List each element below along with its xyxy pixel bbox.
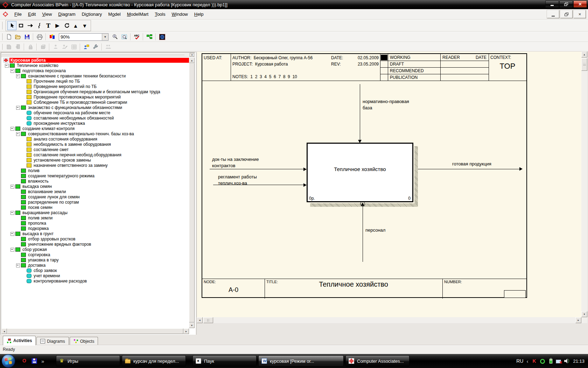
- tree-item[interactable]: учет времени: [1, 273, 189, 278]
- tree-item[interactable]: выращивание рассады: [1, 210, 189, 215]
- tree-expander-icon[interactable]: [10, 231, 15, 236]
- tree-expander-icon[interactable]: [15, 173, 21, 178]
- tree-item[interactable]: сбор заявок: [1, 268, 189, 273]
- tree-expander-icon[interactable]: [15, 252, 21, 257]
- tree-expander-icon[interactable]: [21, 278, 27, 284]
- zoom-combo[interactable]: 90% ▼: [59, 33, 108, 41]
- tree-expander-icon[interactable]: [21, 115, 27, 121]
- close-button[interactable]: ✕: [573, 0, 587, 8]
- tree-item[interactable]: Курсовая работа: [1, 57, 189, 63]
- tree-item[interactable]: отбор здоровых ростков: [1, 236, 189, 241]
- output-arrow-label[interactable]: готовая продукция: [426, 161, 517, 166]
- diagram-vscrollbar[interactable]: ▴ ▾: [581, 52, 587, 317]
- control-arrow-label[interactable]: нормативно-правовая: [363, 99, 409, 104]
- menu-item[interactable]: Diagram: [55, 10, 78, 18]
- tree-item[interactable]: прохождение инструктажа: [1, 121, 189, 126]
- tree-expander-icon[interactable]: [21, 84, 27, 89]
- redraw-tool[interactable]: [62, 21, 71, 30]
- user-properties-icon[interactable]: [82, 43, 91, 51]
- menu-item[interactable]: Dictionary: [78, 10, 105, 18]
- clock[interactable]: 21:13: [573, 359, 584, 364]
- scroll-left-icon[interactable]: ◂: [197, 317, 203, 323]
- project-line[interactable]: PROJECT: Курсовая работа: [232, 62, 288, 67]
- tree-expander-icon[interactable]: [21, 147, 27, 152]
- battery-icon[interactable]: [549, 359, 553, 364]
- print-icon[interactable]: [35, 33, 44, 41]
- zoom-value[interactable]: 90%: [59, 34, 102, 40]
- minimize-button[interactable]: [545, 0, 559, 8]
- menu-item[interactable]: View: [39, 10, 55, 18]
- model-explorer-icon[interactable]: [145, 33, 154, 41]
- tree-item[interactable]: Тепличное хозяйство: [1, 63, 189, 68]
- tree-item[interactable]: влажность: [1, 178, 189, 184]
- input2-label2[interactable]: теплич.хоз-ва: [218, 180, 247, 186]
- tree-item[interactable]: упаковка в тару: [1, 257, 189, 263]
- tree-expander-icon[interactable]: [4, 63, 10, 68]
- scroll-right-icon[interactable]: ▸: [575, 317, 581, 323]
- input-arrow-1[interactable]: [210, 169, 304, 169]
- tree-expander-icon[interactable]: [15, 189, 21, 194]
- tree-item[interactable]: сбор урожая: [1, 247, 189, 252]
- scroll-down-icon[interactable]: ▾: [581, 311, 587, 317]
- go-child-tool[interactable]: ▶: [53, 21, 62, 30]
- admin-wrench-icon[interactable]: [91, 43, 100, 51]
- scroll-up-icon[interactable]: ▴: [189, 57, 195, 63]
- tree-expander-icon[interactable]: [21, 110, 27, 115]
- taskbar-button[interactable]: курсовая [Режим ог...: [258, 355, 344, 367]
- author-line[interactable]: AUTHOR: Бескровный Олег, группа А-56: [232, 55, 313, 60]
- tree-expander-icon[interactable]: [15, 263, 21, 268]
- activity-box-tool[interactable]: [16, 21, 26, 30]
- panel-close-icon[interactable]: x: [190, 53, 194, 57]
- activity-box-title[interactable]: Тепличное хозяйство: [308, 166, 412, 172]
- scroll-up-icon[interactable]: ▴: [581, 52, 587, 57]
- tree-expander-icon[interactable]: [15, 205, 21, 210]
- start-button[interactable]: [1, 354, 16, 368]
- tree-expander-icon[interactable]: [15, 220, 21, 226]
- tree-expander-icon[interactable]: [21, 89, 27, 94]
- tree-expander-icon[interactable]: [15, 168, 21, 173]
- tree-expander-icon[interactable]: [21, 79, 27, 84]
- tree-item[interactable]: создание лунок для семян: [1, 194, 189, 199]
- tree-item[interactable]: посев семян: [1, 205, 189, 210]
- open-icon[interactable]: [14, 33, 22, 41]
- tree-item[interactable]: полив земли: [1, 215, 189, 220]
- tree-item[interactable]: подкормка: [1, 226, 189, 231]
- restore-button[interactable]: [559, 0, 573, 8]
- tree-item[interactable]: уничтожение вредных факторов: [1, 241, 189, 247]
- explorer-tab[interactable]: Activities: [3, 336, 36, 345]
- taskbar-button[interactable]: Паук: [192, 355, 257, 367]
- tree-item[interactable]: сортировка: [1, 252, 189, 257]
- go-up-tool[interactable]: ▲: [71, 21, 80, 30]
- tree-expander-icon[interactable]: [21, 94, 27, 100]
- tree-item[interactable]: Прочтение леций по ТБ: [1, 79, 189, 84]
- color-icon[interactable]: [48, 33, 56, 41]
- tree-expander-icon[interactable]: [15, 105, 21, 110]
- text-tool[interactable]: T: [44, 21, 53, 30]
- tree-expander-icon[interactable]: [15, 194, 21, 199]
- tree-expander-icon[interactable]: [15, 73, 21, 79]
- explorer-tab[interactable]: Objects: [70, 337, 98, 345]
- tree-expander-icon[interactable]: [15, 226, 21, 231]
- taskbar-button[interactable]: Computer Associates...: [345, 355, 410, 367]
- panel-header[interactable]: x: [1, 53, 195, 57]
- context-value[interactable]: TOP: [489, 62, 526, 71]
- tree-expander-icon[interactable]: [15, 215, 21, 220]
- zoom-in-icon[interactable]: [111, 33, 119, 41]
- menu-item[interactable]: Help: [191, 10, 207, 18]
- tree-item[interactable]: знакомство с функциональными обязанностя…: [1, 105, 189, 110]
- tree-expander-icon[interactable]: [15, 178, 21, 184]
- tree-expander-icon[interactable]: [10, 247, 15, 252]
- input1-label[interactable]: док-ты на заключение: [212, 157, 259, 162]
- tree-expander-icon[interactable]: [15, 257, 21, 263]
- tree-expander-icon[interactable]: [15, 241, 21, 247]
- scroll-right-icon[interactable]: ▸: [183, 328, 189, 334]
- tree-expander-icon[interactable]: [21, 157, 27, 163]
- scroll-down-icon[interactable]: ▾: [189, 322, 195, 328]
- title-value[interactable]: Тепличное хозяйство: [265, 280, 442, 288]
- zoom-fit-icon[interactable]: [120, 33, 128, 41]
- tree-item[interactable]: назначение ответственного за замену: [1, 163, 189, 168]
- tree-expander-icon[interactable]: [10, 126, 15, 131]
- mechanism-arrow-label[interactable]: персонал: [365, 227, 385, 233]
- tree-expander-icon[interactable]: [21, 152, 27, 157]
- diagram-hscrollbar[interactable]: ◂ ▸: [197, 317, 581, 323]
